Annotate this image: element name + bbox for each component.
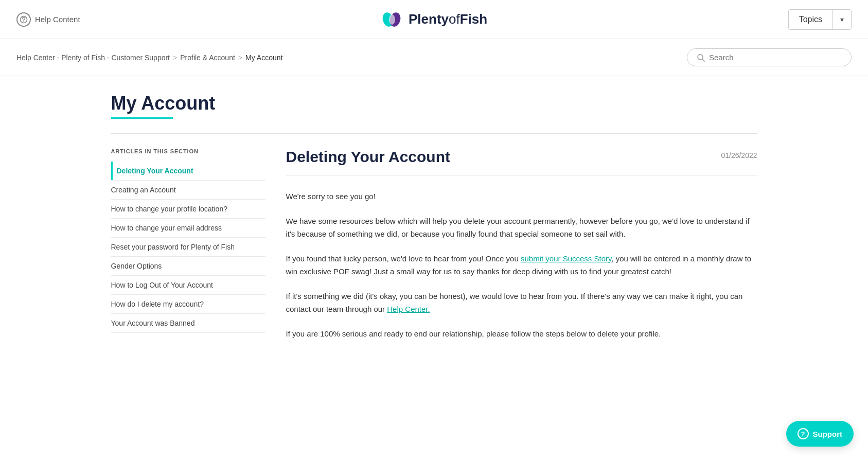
breadcrumb-link-home[interactable]: Help Center - Plenty of Fish - Customer … <box>16 54 170 62</box>
divider <box>111 133 757 134</box>
breadcrumb-current: My Account <box>245 54 282 62</box>
article-para-5: If you are 100% serious and ready to end… <box>286 327 757 341</box>
topics-dropdown[interactable]: Topics ▾ <box>788 9 852 30</box>
sidebar-item-1: Creating an Account <box>111 181 265 200</box>
sub-header: Help Center - Plenty of Fish - Customer … <box>0 39 868 76</box>
svg-point-4 <box>389 14 395 25</box>
sidebar-section-title: ARTICLES IN THIS SECTION <box>111 148 265 154</box>
sidebar-link-0[interactable]: Deleting Your Account <box>111 162 265 180</box>
help-content-label: Help Content <box>35 15 80 24</box>
sidebar-link-2[interactable]: How to change your profile location? <box>111 200 265 218</box>
svg-line-6 <box>702 59 704 61</box>
title-underline <box>111 117 173 119</box>
breadcrumb-sep-2: > <box>238 54 242 62</box>
article-para-2: We have some resources below which will … <box>286 215 757 241</box>
topics-label: Topics <box>789 10 832 29</box>
sidebar-link-3[interactable]: How to change your email address <box>111 219 265 237</box>
breadcrumb-link-profile[interactable]: Profile & Account <box>180 54 235 62</box>
svg-point-1 <box>23 21 24 22</box>
article-para-3: If you found that lucky person, we'd lov… <box>286 252 757 278</box>
breadcrumb: Help Center - Plenty of Fish - Customer … <box>16 54 282 62</box>
sidebar-item-5: Gender Options <box>111 257 265 276</box>
article-date: 01/26/2022 <box>721 151 757 159</box>
sidebar-item-4: Reset your password for Plenty of Fish <box>111 238 265 257</box>
sidebar-list: Deleting Your Account Creating an Accoun… <box>111 162 265 333</box>
sidebar-link-6[interactable]: How to Log Out of Your Account <box>111 276 265 294</box>
page-title-section: My Account <box>111 93 757 119</box>
sidebar-link-4[interactable]: Reset your password for Plenty of Fish <box>111 238 265 256</box>
article-para-4-link[interactable]: Help Center. <box>387 305 430 313</box>
sidebar-item-6: How to Log Out of Your Account <box>111 276 265 295</box>
logo-fish-icon <box>381 8 403 31</box>
sidebar-link-5[interactable]: Gender Options <box>111 257 265 275</box>
article-para-3-link[interactable]: submit your Success Story <box>521 254 611 263</box>
topics-arrow-icon: ▾ <box>832 10 851 29</box>
search-input[interactable] <box>709 53 842 62</box>
help-icon <box>16 12 31 27</box>
breadcrumb-sep-1: > <box>173 54 177 62</box>
content-layout: ARTICLES IN THIS SECTION Deleting Your A… <box>111 148 757 351</box>
sidebar-link-1[interactable]: Creating an Account <box>111 181 265 199</box>
main-container: My Account ARTICLES IN THIS SECTION Dele… <box>95 76 774 382</box>
site-header: Help Content PlentyofFish Topics ▾ <box>0 0 868 39</box>
article-para-1: We're sorry to see you go! <box>286 190 757 203</box>
article-body: We're sorry to see you go! We have some … <box>286 190 757 340</box>
article-para-4-text-before: If it's something we did (it's okay, you… <box>286 292 743 314</box>
sidebar-item-7: How do I delete my account? <box>111 295 265 314</box>
site-logo: PlentyofFish <box>381 8 487 31</box>
sidebar-item-0: Deleting Your Account <box>111 162 265 181</box>
page-title: My Account <box>111 93 757 114</box>
logo-text: PlentyofFish <box>409 11 487 27</box>
article-header: Deleting Your Account 01/26/2022 <box>286 148 757 175</box>
article-para-4: If it's something we did (it's okay, you… <box>286 290 757 316</box>
help-content-logo: Help Content <box>16 12 80 27</box>
sidebar: ARTICLES IN THIS SECTION Deleting Your A… <box>111 148 265 351</box>
search-icon <box>697 54 705 62</box>
article-para-3-text-before: If you found that lucky person, we'd lov… <box>286 254 521 263</box>
article-title: Deleting Your Account <box>286 148 450 166</box>
sidebar-item-2: How to change your profile location? <box>111 200 265 219</box>
sidebar-link-7[interactable]: How do I delete my account? <box>111 295 265 313</box>
sidebar-item-3: How to change your email address <box>111 219 265 238</box>
article-content: Deleting Your Account 01/26/2022 We're s… <box>286 148 757 351</box>
search-box[interactable] <box>687 48 852 66</box>
sidebar-item-8: Your Account was Banned <box>111 314 265 333</box>
sidebar-link-8[interactable]: Your Account was Banned <box>111 314 265 332</box>
